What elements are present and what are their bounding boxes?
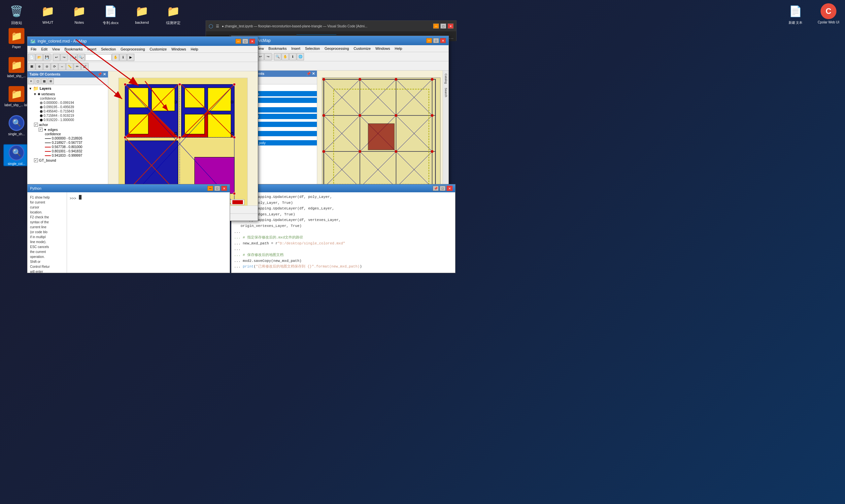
tb2-pan[interactable]: ✋	[282, 53, 289, 60]
tb-identify[interactable]: ℹ	[120, 54, 127, 61]
arcmap-2-minimize[interactable]: ─	[426, 38, 432, 43]
toc-1-btn3[interactable]: ▦	[41, 78, 47, 84]
menu2-selection[interactable]: Selection	[303, 46, 322, 51]
tb2-5[interactable]: ↔	[58, 63, 66, 70]
desktop-icon-patent[interactable]: 📄 专利.docx	[98, 3, 124, 25]
desktop-icon-cpolar[interactable]: C Cpolar Web UI	[815, 3, 842, 25]
python-window-1: Python ─ □ ✕ F1 show help for current cu…	[27, 184, 230, 273]
arcmap-2-toolbar2: 🔳 ⊕	[231, 61, 448, 71]
tb-zoom-in[interactable]: 🔍+	[70, 54, 77, 61]
arcmap-2-titlebar: 🗺️ 无标题 - ArcMap ─ □ ✕	[231, 36, 448, 45]
menu-geoprocessing[interactable]: Geoprocessing	[119, 47, 147, 52]
menu-help[interactable]: Help	[189, 47, 200, 52]
tb2-redo[interactable]: ↪	[264, 53, 272, 60]
arcmap-2-close[interactable]: ✕	[440, 38, 446, 43]
toc-2-close[interactable]: ✕	[312, 72, 315, 76]
py1-maximize[interactable]: □	[214, 186, 220, 191]
menu-windows[interactable]: Windows	[169, 47, 188, 52]
menu-view[interactable]: View	[50, 47, 62, 52]
menu-bookmarks[interactable]: Bookmarks	[63, 47, 85, 52]
python-2-console[interactable]: ... arcpy.mapping.UpdateLayer(df, poly_L…	[231, 192, 455, 273]
desktop-icon-new-text[interactable]: 📄 新建 文本	[782, 3, 809, 25]
layer-vertexes-1[interactable]: ▼ ✱ vertexes	[33, 92, 108, 96]
menu-selection[interactable]: Selection	[99, 47, 118, 52]
tb2-4[interactable]: ⟳	[51, 63, 58, 70]
arcmap-1-maximize[interactable]: □	[242, 39, 248, 44]
vscode-menu-icon[interactable]: ⋯	[449, 36, 454, 41]
arcmap-1-close[interactable]: ✕	[249, 39, 255, 44]
layer-v-range5: 0.919220 - 1.000000	[39, 118, 108, 122]
svg-point-81	[395, 114, 398, 117]
layer-v-range3: 0.495640 - 0.715843	[39, 109, 108, 113]
tb2-globe[interactable]: 🌐	[297, 53, 304, 60]
tb-select[interactable]: ▶	[127, 54, 134, 61]
tb-scale-input[interactable]	[85, 54, 111, 61]
tb2-8[interactable]: 🖊	[81, 63, 88, 70]
desktop-icon-single-col[interactable]: 🔍 single_col...	[3, 144, 30, 166]
tb2-identify[interactable]: ℹ	[289, 53, 296, 60]
desktop-icon-review[interactable]: 📁 综测评定	[160, 3, 187, 25]
catalog-label[interactable]: Catalog	[444, 72, 447, 85]
search-label[interactable]: Search	[444, 86, 447, 98]
desktop-icon-label-shp1[interactable]: 📁 label_shp_...	[3, 57, 30, 78]
layer-confidence-header-1: confidence	[39, 96, 108, 101]
arcmap-2-maximize[interactable]: □	[433, 38, 439, 43]
toc-1-btn4[interactable]: ⊞	[48, 78, 54, 84]
menu-customize[interactable]: Customize	[147, 47, 169, 52]
arcmap-1-minimize[interactable]: ─	[235, 39, 241, 44]
toc-1-close[interactable]: ✕	[103, 72, 106, 76]
toc-2-pin[interactable]: 📌	[306, 72, 311, 76]
py2-maximize[interactable]: □	[440, 186, 446, 191]
menu2-customize[interactable]: Customize	[352, 46, 373, 51]
toc-1-pin[interactable]: 📌	[98, 72, 102, 76]
layer-root-1[interactable]: ▼ 📁 Layers	[28, 85, 108, 92]
tb-redo[interactable]: ↪	[60, 54, 68, 61]
vscode-close-btn[interactable]: ✕	[447, 23, 454, 29]
menu2-insert[interactable]: Insert	[289, 46, 302, 51]
menu-edit[interactable]: Edit	[39, 47, 50, 52]
desktop-icon-paper[interactable]: 📁 Paper	[3, 28, 30, 49]
desktop-icon-whut[interactable]: 📁 WHUT	[35, 3, 61, 25]
svg-point-33	[124, 136, 126, 139]
toc-1-btn1[interactable]: ≡	[28, 78, 34, 84]
tb2-7[interactable]: ✏	[74, 63, 81, 70]
tb-open[interactable]: 📂	[36, 54, 43, 61]
py1-close[interactable]: ✕	[221, 186, 227, 191]
tb-zoom-out[interactable]: 🔍-	[77, 54, 85, 61]
py1-minimize[interactable]: ─	[207, 186, 213, 191]
menu2-help[interactable]: Help	[393, 46, 404, 51]
py2-close[interactable]: ✕	[446, 186, 453, 191]
tb2-1[interactable]: 🔳	[28, 63, 35, 70]
menu-insert[interactable]: Insert	[85, 47, 99, 52]
desktop-icon-label-shp2[interactable]: 📁 label_shp_... lab	[3, 86, 30, 107]
menu2-bookmarks[interactable]: Bookmarks	[266, 46, 288, 51]
tb2-zoom[interactable]: 🔍	[274, 53, 281, 60]
layer-e-range4: 0.801001 - 0.941832	[44, 149, 108, 154]
layer-achor-1[interactable]: ✓ achor	[28, 122, 108, 127]
layer-gtbound-1[interactable]: ✓ GT_bound	[28, 158, 108, 163]
toc-1-btn2[interactable]: ◻	[35, 78, 40, 84]
vscode-maximize-btn[interactable]: □	[440, 23, 446, 29]
desktop-icon-single-sh[interactable]: 🔍 single_sh...	[3, 115, 30, 136]
tb2-6[interactable]: 📏	[66, 63, 73, 70]
python-1-console[interactable]: >>>	[67, 192, 230, 273]
arcmap-1-toolbar2: 🔳 ⊕ ⊖ ⟳ ↔ 📏 ✏ 🖊	[28, 62, 258, 71]
menu-file[interactable]: File	[29, 47, 39, 52]
desktop-icon-notes[interactable]: 📁 Notes	[66, 3, 92, 25]
tb2-2[interactable]: ⊕	[36, 63, 43, 70]
desktop-icon-recycle[interactable]: 🗑️ 回收站	[3, 3, 30, 25]
tb-save[interactable]: 💾	[43, 54, 51, 61]
tb-new[interactable]: 📄	[28, 54, 35, 61]
menu2-windows[interactable]: Windows	[373, 46, 392, 51]
desktop: 🗑️ 回收站 📁 WHUT 📁 Notes 📄 专利.docx 📁 backen…	[0, 0, 845, 504]
tb-undo[interactable]: ↩	[53, 54, 60, 61]
tb2-3[interactable]: ⊖	[43, 63, 51, 70]
py2-pin[interactable]: 📌	[433, 186, 439, 191]
svg-point-83	[322, 150, 325, 153]
menu2-geoprocessing[interactable]: Geoprocessing	[322, 46, 351, 51]
desktop-icon-backend[interactable]: 📁 backend	[129, 3, 155, 25]
svg-point-76	[358, 78, 361, 80]
layer-edges-1[interactable]: ✓ ▼ edges	[33, 127, 108, 132]
vscode-minimize-btn[interactable]: ─	[433, 23, 439, 29]
tb-pan[interactable]: ✋	[112, 54, 119, 61]
